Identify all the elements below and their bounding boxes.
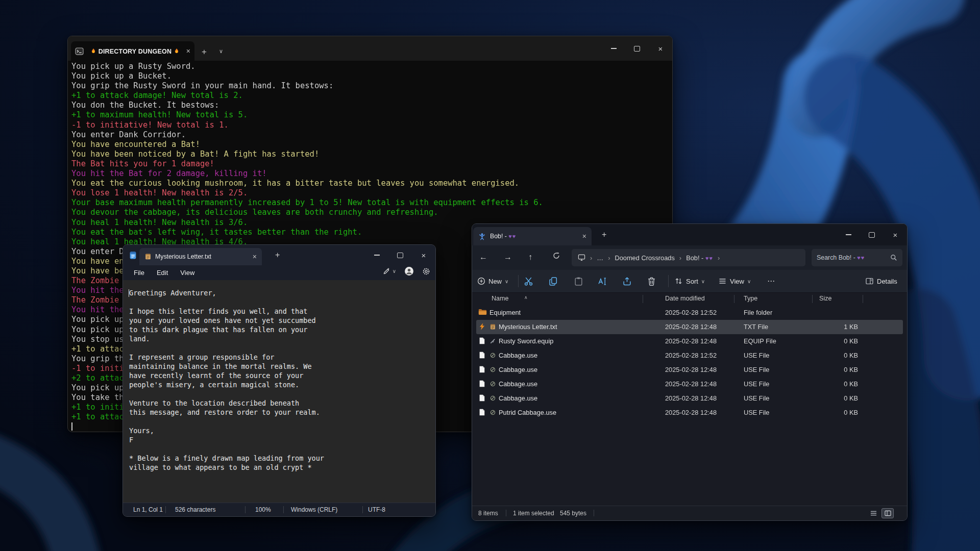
file-name[interactable]: Rusty Sword.equip <box>499 337 553 345</box>
file-name[interactable]: Mysterious Letter.txt <box>499 323 557 331</box>
more-options-button[interactable]: ⋯ <box>767 277 775 286</box>
copy-icon <box>549 277 558 286</box>
file-name[interactable]: Cabbage.use <box>499 394 537 402</box>
column-date-modified[interactable]: Date modified <box>665 295 705 302</box>
this-pc-icon[interactable] <box>578 254 585 261</box>
details-view-toggle[interactable] <box>881 508 894 518</box>
settings-gear-icon[interactable] <box>422 267 430 276</box>
notepad-titlebar[interactable]: Mysterious Letter.txt × + × File Edit Vi… <box>123 245 435 280</box>
rewrite-copilot-icon[interactable]: ∨ <box>382 267 396 276</box>
new-button[interactable]: New∨ <box>477 277 508 285</box>
sort-button[interactable]: Sort∨ <box>674 277 705 285</box>
menu-edit[interactable]: Edit <box>151 267 174 279</box>
notepad-tab[interactable]: Mysterious Letter.txt × <box>139 248 262 265</box>
minimize-button[interactable] <box>365 245 388 265</box>
list-view-toggle[interactable] <box>867 508 879 518</box>
tab-close-icon[interactable]: × <box>253 253 257 260</box>
file-size: 0 KB <box>782 352 858 359</box>
column-name[interactable]: Name <box>492 295 509 302</box>
file-row[interactable]: Cabbage.use2025-02-28 12:48USE File0 KB <box>476 391 903 406</box>
forward-button[interactable]: → <box>504 253 512 262</box>
close-button[interactable]: × <box>649 36 672 61</box>
explorer-titlebar[interactable]: Bob! - ♥♥ × + × <box>472 224 907 245</box>
back-button[interactable]: ← <box>479 253 487 262</box>
plus-circle-icon <box>477 277 485 285</box>
details-pane-button[interactable]: Details <box>865 277 897 285</box>
delete-button[interactable] <box>647 277 656 286</box>
file-row[interactable]: Equipment2025-02-28 12:52File folder <box>476 306 903 320</box>
tab-dropdown-chevron-icon[interactable]: ∨ <box>219 48 223 54</box>
rename-button[interactable] <box>598 277 607 286</box>
minimize-button[interactable] <box>602 36 625 61</box>
sort-ascending-icon: ∧ <box>524 295 528 300</box>
close-button[interactable]: × <box>412 245 435 265</box>
selection-count: 1 item selected <box>513 510 554 517</box>
file-row[interactable]: Rusty Sword.equip2025-02-28 12:48EQUIP F… <box>476 334 903 348</box>
notepad-editor[interactable]: Greetings Adventurer, I hope this letter… <box>123 280 435 503</box>
breadcrumb-bob[interactable]: Bob! - ♥♥ <box>686 254 713 262</box>
line-ending[interactable]: Windows (CRLF) <box>291 506 337 513</box>
file-type: TXT File <box>744 323 768 331</box>
share-button[interactable] <box>622 277 632 286</box>
file-row[interactable]: Putrid Cabbage.use2025-02-28 12:48USE Fi… <box>476 406 903 420</box>
breadcrumb-doomed-crossroads[interactable]: Doomed Crossroads <box>615 254 674 262</box>
status-divider <box>506 510 506 516</box>
tab-close-icon[interactable]: × <box>582 233 586 240</box>
file-name[interactable]: Cabbage.use <box>499 380 537 388</box>
search-label: Search Bob! - ♥♥ <box>817 254 887 261</box>
close-button[interactable]: × <box>884 224 907 245</box>
view-button[interactable]: View∨ <box>718 277 751 285</box>
cabbage-glyph-icon <box>489 409 496 416</box>
file-explorer-window: Bob! - ♥♥ × + × ← → ↑ › … › Doomed Cros <box>472 223 908 521</box>
zoom-level[interactable]: 100% <box>255 506 271 513</box>
file-row[interactable]: Cabbage.use2025-02-28 12:48USE File0 KB <box>476 377 903 391</box>
tab-close-icon[interactable]: × <box>186 47 190 55</box>
file-name[interactable]: Putrid Cabbage.use <box>499 409 556 416</box>
breadcrumb-ellipsis[interactable]: … <box>597 254 603 262</box>
column-type[interactable]: Type <box>744 295 757 302</box>
paste-button[interactable] <box>574 277 583 286</box>
file-row[interactable]: Cabbage.use2025-02-28 12:52USE File0 KB <box>476 348 903 363</box>
file-type: File folder <box>744 309 772 316</box>
folder-icon <box>478 308 487 317</box>
file-name[interactable]: Equipment <box>489 309 521 316</box>
explorer-tab[interactable]: Bob! - ♥♥ × <box>473 227 592 245</box>
column-divider[interactable] <box>812 295 813 303</box>
paste-icon <box>574 277 583 286</box>
file-row[interactable]: Cabbage.use2025-02-28 12:48USE File0 KB <box>476 363 903 377</box>
terminal-tab[interactable]: DIRECTORY DUNGEON × <box>71 41 194 61</box>
file-name[interactable]: Cabbage.use <box>499 352 537 359</box>
encoding[interactable]: UTF-8 <box>368 506 385 513</box>
address-bar[interactable]: › … › Doomed Crossroads › Bob! - ♥♥ › <box>572 249 805 266</box>
maximize-button[interactable] <box>388 245 412 265</box>
maximize-button[interactable] <box>625 36 649 61</box>
up-button[interactable]: ↑ <box>528 253 532 262</box>
cut-button[interactable] <box>524 277 533 286</box>
page-icon <box>478 394 487 403</box>
maximize-button[interactable] <box>860 224 884 245</box>
menu-view[interactable]: View <box>175 267 200 279</box>
cabbage-glyph-icon <box>489 395 496 402</box>
file-row[interactable]: Mysterious Letter.txt2025-02-28 12:48TXT… <box>476 320 903 334</box>
search-icon[interactable] <box>890 254 897 261</box>
terminal-titlebar[interactable]: DIRECTORY DUNGEON × + ∨ × <box>68 36 672 61</box>
minimize-button[interactable] <box>837 224 860 245</box>
column-divider[interactable] <box>863 295 863 303</box>
new-tab-button[interactable]: + <box>202 47 207 56</box>
menu-file[interactable]: File <box>128 267 150 279</box>
new-tab-button[interactable]: + <box>602 230 606 239</box>
copy-button[interactable] <box>549 277 558 286</box>
cabbage-glyph-icon <box>489 352 496 359</box>
refresh-button[interactable] <box>552 252 560 260</box>
file-name[interactable]: Cabbage.use <box>499 366 537 373</box>
column-divider[interactable] <box>643 295 643 303</box>
search-box[interactable]: Search Bob! - ♥♥ <box>812 249 902 266</box>
cabbage-glyph-icon <box>489 381 496 387</box>
column-divider[interactable] <box>734 295 734 303</box>
file-date: 2025-02-28 12:52 <box>665 352 717 359</box>
account-avatar[interactable] <box>404 266 414 276</box>
column-size[interactable]: Size <box>819 295 832 302</box>
new-tab-button[interactable]: + <box>275 251 280 260</box>
breadcrumb-chevron-icon: › <box>679 254 681 262</box>
file-size: 0 KB <box>782 394 858 402</box>
